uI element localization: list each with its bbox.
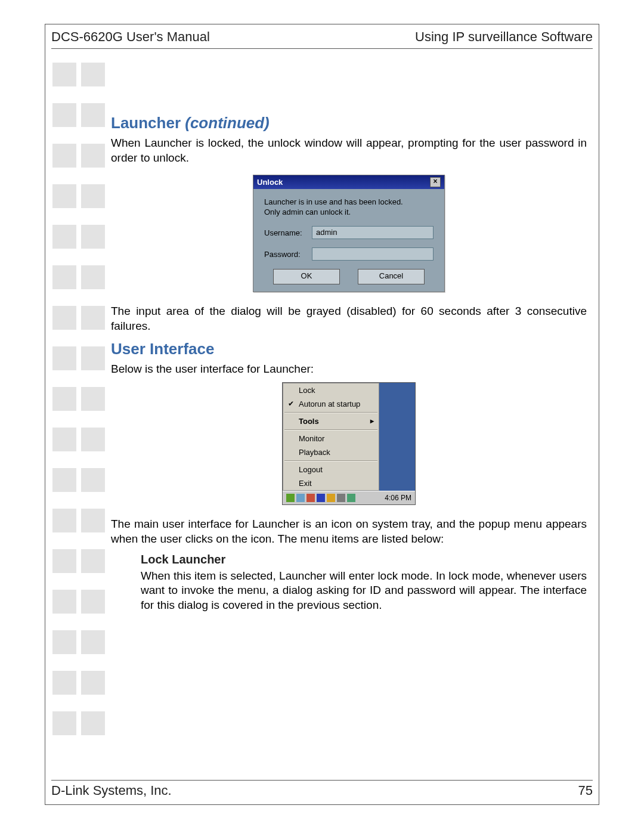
- tray-icon[interactable]: [337, 494, 345, 502]
- header-divider: [51, 48, 593, 49]
- page-frame: DCS-6620G User's Manual Using IP surveil…: [45, 24, 599, 805]
- menu-tools[interactable]: Tools: [283, 414, 379, 428]
- menu-divider: [284, 460, 377, 462]
- side-decoration: [52, 63, 105, 769]
- password-input[interactable]: [312, 247, 434, 261]
- menu-monitor[interactable]: Monitor: [283, 432, 379, 445]
- tray-icon[interactable]: [306, 494, 315, 502]
- menu-exit[interactable]: Exit: [283, 476, 379, 490]
- desktop-strip: [379, 383, 415, 491]
- para-ui-intro: Below is the user interface for Launcher…: [111, 362, 587, 377]
- close-icon[interactable]: ×: [430, 177, 441, 187]
- password-label: Password:: [264, 250, 312, 259]
- menu-logout[interactable]: Logout: [283, 463, 379, 476]
- heading-launcher-continued: Launcher (continued): [111, 114, 587, 132]
- menu-lock[interactable]: Lock: [283, 383, 379, 397]
- cancel-button[interactable]: Cancel: [358, 269, 425, 284]
- page-content: Launcher (continued) When Launcher is lo…: [111, 114, 587, 619]
- heading-ital: (continued): [185, 114, 270, 132]
- heading-user-interface: User Interface: [111, 340, 587, 358]
- heading-lock-launcher: Lock Launcher: [141, 553, 587, 566]
- launcher-popup: Lock Autorun at startup Tools Monitor Pl…: [282, 382, 416, 505]
- footer-left: D-Link Systems, Inc.: [51, 783, 172, 798]
- system-tray: 4:06 PM: [283, 491, 415, 504]
- tray-icon[interactable]: [327, 494, 335, 502]
- unlock-msg-line2: Only admin can unlock it.: [264, 208, 351, 216]
- menu-playback[interactable]: Playback: [283, 445, 379, 459]
- header-right: Using IP surveillance Software: [415, 29, 593, 45]
- menu-autorun[interactable]: Autorun at startup: [283, 397, 379, 411]
- username-input[interactable]: admin: [312, 226, 434, 239]
- unlock-dialog: Unlock × Launcher is in use and has been…: [253, 175, 445, 292]
- menu-divider: [284, 412, 377, 413]
- password-row: Password:: [264, 247, 434, 261]
- username-label: Username:: [264, 228, 312, 237]
- unlock-titlebar: Unlock ×: [253, 175, 444, 189]
- para-grayed: The input area of the dialog will be gra…: [111, 304, 587, 333]
- header-left: DCS-6620G User's Manual: [51, 29, 210, 45]
- tray-icon[interactable]: [286, 494, 295, 502]
- page-footer: D-Link Systems, Inc. 75: [51, 783, 593, 798]
- unlock-title: Unlock: [257, 178, 283, 187]
- footer-divider: [51, 780, 593, 781]
- tray-clock: 4:06 PM: [379, 494, 411, 502]
- para-ui-desc: The main user interface for Launcher is …: [111, 517, 587, 546]
- page-header: DCS-6620G User's Manual Using IP surveil…: [51, 29, 593, 45]
- unlock-body: Launcher is in use and has been locked. …: [253, 189, 444, 292]
- username-row: Username: admin: [264, 226, 434, 239]
- para-lock-launcher: When this item is selected, Launcher wil…: [141, 569, 587, 613]
- unlock-message: Launcher is in use and has been locked. …: [264, 197, 434, 218]
- page-number: 75: [578, 783, 593, 798]
- para-lock-prompt: When Launcher is locked, the unlock wind…: [111, 136, 587, 165]
- tray-icon[interactable]: [296, 494, 305, 502]
- launcher-menu: Lock Autorun at startup Tools Monitor Pl…: [283, 383, 379, 491]
- ok-button[interactable]: OK: [273, 269, 340, 284]
- tray-icon[interactable]: [317, 494, 325, 502]
- tray-icon[interactable]: [347, 494, 355, 502]
- lock-launcher-block: Lock Launcher When this item is selected…: [141, 553, 587, 613]
- unlock-msg-line1: Launcher is in use and has been locked.: [264, 197, 403, 206]
- heading-text: Launcher: [111, 114, 185, 132]
- menu-divider: [284, 429, 377, 431]
